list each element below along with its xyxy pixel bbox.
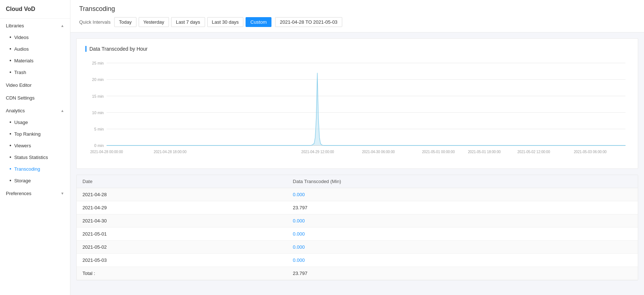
preferences-chevron-icon: ▼ <box>61 191 64 195</box>
sidebar-item-transcoding[interactable]: Transcoding <box>0 163 70 175</box>
quick-intervals-label: Quick Intervals <box>79 19 111 25</box>
cdn-settings-label: CDN Settings <box>6 95 35 101</box>
svg-text:2021-05-01 00:00:00: 2021-05-01 00:00:00 <box>422 150 455 154</box>
table-cell-value: 23.797 <box>287 201 638 214</box>
custom-button[interactable]: Custom <box>246 17 271 27</box>
sidebar-item-videos[interactable]: Videos <box>0 31 70 43</box>
sidebar-item-usage[interactable]: Usage <box>0 116 70 128</box>
date-range-display[interactable]: 2021-04-28 TO 2021-05-03 <box>275 17 342 27</box>
libraries-chevron-icon: ▲ <box>61 24 64 28</box>
cdn-settings-item[interactable]: CDN Settings <box>0 91 70 104</box>
table-row: 2021-04-280.000 <box>77 188 638 201</box>
svg-text:0 min: 0 min <box>94 143 104 148</box>
svg-text:20 min: 20 min <box>92 77 104 82</box>
sidebar-item-status-statistics[interactable]: Status Statistics <box>0 151 70 163</box>
svg-text:2021-04-29 12:00:00: 2021-04-29 12:00:00 <box>301 150 334 154</box>
analytics-section-header[interactable]: Analytics ▲ <box>0 104 70 116</box>
col-date-header: Date <box>77 175 287 188</box>
svg-text:25 min: 25 min <box>92 61 104 66</box>
libraries-section-header[interactable]: Libraries ▲ <box>0 19 70 31</box>
data-table-section: Date Data Transcoded (Min) 2021-04-280.0… <box>76 175 638 280</box>
sidebar-item-trash[interactable]: Trash <box>0 66 70 78</box>
sidebar-item-viewers[interactable]: Viewers <box>0 140 70 151</box>
table-cell-value: 0.000 <box>287 241 638 254</box>
table-row: 2021-04-2923.797 <box>77 201 638 214</box>
table-cell-date: 2021-05-02 <box>77 241 287 254</box>
app-logo: Cloud VoD <box>0 0 70 19</box>
table-cell-value: 0.000 <box>287 214 638 228</box>
table-header-row: Date Data Transcoded (Min) <box>77 175 638 188</box>
libraries-label: Libraries <box>6 23 24 28</box>
svg-text:2021-05-03 06:00:00: 2021-05-03 06:00:00 <box>574 150 607 154</box>
svg-text:2021-05-02 12:00:00: 2021-05-02 12:00:00 <box>517 150 550 154</box>
transcoding-table: Date Data Transcoded (Min) 2021-04-280.0… <box>77 175 638 280</box>
total-value: 23.797 <box>287 267 638 280</box>
table-row: 2021-05-030.000 <box>77 254 638 267</box>
table-row: 2021-05-020.000 <box>77 241 638 254</box>
preferences-section-header[interactable]: Preferences ▼ <box>0 186 70 199</box>
chart-title: Data Transcoded by Hour <box>85 46 629 52</box>
last-30-days-button[interactable]: Last 30 days <box>207 17 244 27</box>
table-row: 2021-05-010.000 <box>77 228 638 241</box>
main-scrollable-content: Data Transcoded by Hour 25 min 20 min 15… <box>70 32 644 295</box>
sidebar-item-audios[interactable]: Audios <box>0 43 70 55</box>
table-row: 2021-04-300.000 <box>77 214 638 228</box>
preferences-label: Preferences <box>6 191 31 196</box>
sidebar-item-materials[interactable]: Materials <box>0 55 70 66</box>
video-editor-item[interactable]: Video Editor <box>0 78 70 91</box>
svg-marker-13 <box>107 73 625 145</box>
svg-text:15 min: 15 min <box>92 94 104 98</box>
table-cell-date: 2021-04-29 <box>77 201 287 214</box>
video-editor-label: Video Editor <box>6 82 32 88</box>
svg-text:2021-04-30 06:00:00: 2021-04-30 06:00:00 <box>362 150 395 154</box>
chart-container: 25 min 20 min 15 min 10 min 5 min 0 min <box>85 59 629 161</box>
total-label: Total : <box>77 267 287 280</box>
svg-text:2021-04-28 18:00:00: 2021-04-28 18:00:00 <box>154 150 186 154</box>
svg-text:2021-04-28 00:00:00: 2021-04-28 00:00:00 <box>90 150 123 154</box>
main-content-area: Transcoding Quick Intervals Today Yester… <box>70 0 644 295</box>
sidebar: Cloud VoD Libraries ▲ Videos Audios Mate… <box>0 0 70 295</box>
table-cell-value: 0.000 <box>287 254 638 267</box>
analytics-label: Analytics <box>6 108 25 113</box>
sidebar-item-top-ranking[interactable]: Top Ranking <box>0 128 70 140</box>
quick-intervals-bar: Quick Intervals Today Yesterday Last 7 d… <box>79 17 635 27</box>
last-7-days-button[interactable]: Last 7 days <box>171 17 205 27</box>
col-data-header: Data Transcoded (Min) <box>287 175 638 188</box>
table-cell-date: 2021-05-01 <box>77 228 287 241</box>
chart-svg: 25 min 20 min 15 min 10 min 5 min 0 min <box>85 59 629 161</box>
table-cell-value: 0.000 <box>287 188 638 201</box>
analytics-chevron-icon: ▲ <box>61 109 64 113</box>
svg-text:2021-05-01 18:00:00: 2021-05-01 18:00:00 <box>468 150 501 154</box>
chart-section: Data Transcoded by Hour 25 min 20 min 15… <box>76 38 638 169</box>
sidebar-item-storage[interactable]: Storage <box>0 175 70 186</box>
page-header: Transcoding Quick Intervals Today Yester… <box>70 0 644 32</box>
table-cell-date: 2021-04-30 <box>77 214 287 228</box>
svg-text:10 min: 10 min <box>92 110 104 115</box>
table-cell-value: 0.000 <box>287 228 638 241</box>
table-cell-date: 2021-05-03 <box>77 254 287 267</box>
svg-text:5 min: 5 min <box>94 127 104 131</box>
page-title: Transcoding <box>79 5 635 13</box>
table-cell-date: 2021-04-28 <box>77 188 287 201</box>
today-button[interactable]: Today <box>114 17 136 27</box>
table-total-row: Total : 23.797 <box>77 267 638 280</box>
yesterday-button[interactable]: Yesterday <box>139 17 169 27</box>
